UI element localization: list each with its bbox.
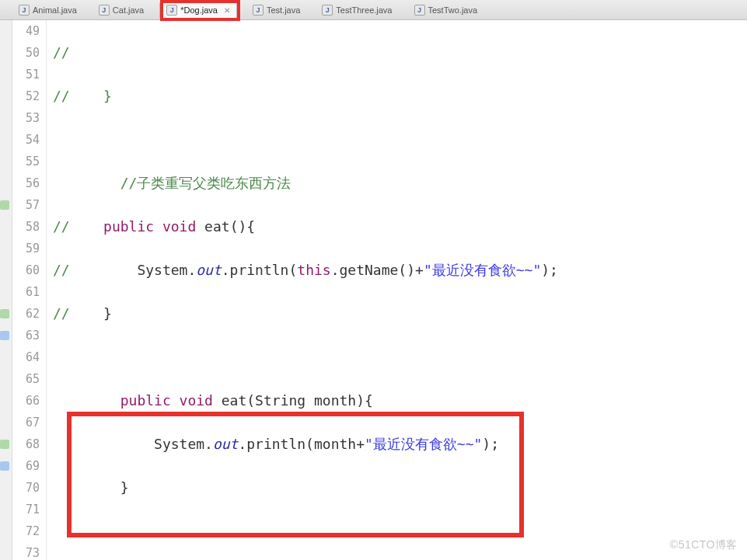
line-number: 70	[12, 477, 46, 499]
tab-label: Test.java	[267, 5, 300, 15]
code-line	[53, 520, 747, 542]
tab-label: Animal.java	[33, 5, 77, 15]
line-number: 56	[12, 172, 46, 194]
line-number: 55	[12, 151, 46, 172]
code-line: //	[53, 42, 747, 64]
tab-test[interactable]: J Test.java	[246, 2, 306, 19]
tab-testtwo[interactable]: J TestTwo.java	[408, 2, 484, 19]
line-number: 53	[12, 107, 46, 129]
line-number: 63	[12, 325, 46, 346]
tab-animal[interactable]: J Animal.java	[12, 2, 83, 19]
tab-cat[interactable]: J Cat.java	[93, 2, 150, 19]
line-number: 66	[12, 390, 46, 412]
code-line: // public void eat(){	[53, 216, 747, 238]
java-file-icon: J	[253, 5, 264, 16]
code-line: //子类重写父类吃东西方法	[53, 172, 747, 194]
code-line	[53, 346, 747, 368]
tab-label: Cat.java	[113, 5, 144, 15]
tab-label: TestThree.java	[336, 5, 392, 15]
code-area[interactable]: // // } //子类重写父类吃东西方法 // public void eat…	[47, 20, 747, 560]
code-line	[53, 129, 747, 151]
line-number: 71	[12, 499, 46, 520]
line-number: 50	[12, 42, 46, 64]
line-number: 57	[12, 194, 46, 216]
close-icon[interactable]: ✕	[224, 6, 230, 15]
code-line: }	[53, 477, 747, 499]
code-line: // }	[53, 85, 747, 107]
code-line: // System.out.println(this.getName()+"最近…	[53, 259, 747, 281]
line-number: 67	[12, 412, 46, 433]
line-number: 62	[12, 303, 46, 325]
tab-label: *Dog.java	[180, 5, 218, 15]
line-number: 61	[12, 281, 46, 303]
line-number: 73	[12, 542, 46, 560]
line-number: 49	[12, 20, 46, 42]
tab-testthree[interactable]: J TestThree.java	[316, 2, 398, 19]
code-editor[interactable]: 49 50 51 52 53 54 55 56 57 58 59 60 61 6…	[0, 20, 747, 560]
line-number: 51	[12, 64, 46, 85]
java-file-icon: J	[414, 5, 425, 16]
line-number: 65	[12, 368, 46, 390]
tab-dog[interactable]: J *Dog.java ✕	[159, 2, 237, 19]
tab-label: TestTwo.java	[428, 5, 478, 15]
java-file-icon: J	[166, 5, 177, 16]
code-line: public void eat(String month){	[53, 390, 747, 412]
line-number: 64	[12, 346, 46, 368]
line-number-gutter: 49 50 51 52 53 54 55 56 57 58 59 60 61 6…	[12, 20, 47, 560]
line-number: 54	[12, 129, 46, 151]
java-file-icon: J	[99, 5, 110, 16]
line-number: 52	[12, 85, 46, 107]
java-file-icon: J	[19, 5, 30, 16]
line-number: 72	[12, 520, 46, 542]
code-line: // }	[53, 303, 747, 325]
left-ruler	[0, 20, 12, 560]
line-number: 60	[12, 259, 46, 281]
line-number: 69	[12, 455, 46, 477]
code-line: System.out.println(month+"最近没有食欲~~");	[53, 433, 747, 455]
watermark: ©51CTO博客	[670, 538, 738, 552]
line-number: 59	[12, 238, 46, 259]
line-number: 68	[12, 433, 46, 455]
line-number: 58	[12, 216, 46, 238]
editor-tab-bar: J Animal.java J Cat.java J *Dog.java ✕ J…	[0, 0, 747, 20]
java-file-icon: J	[322, 5, 333, 16]
